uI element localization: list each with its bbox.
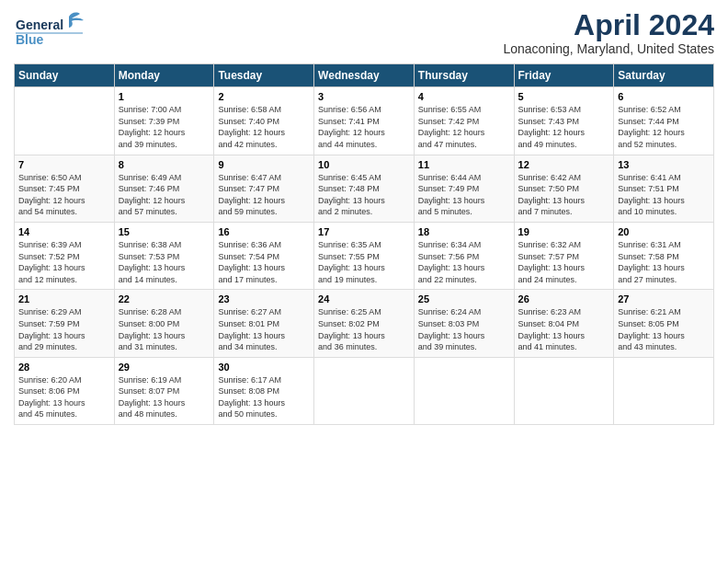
logo: General Blue xyxy=(14,9,97,51)
day-info-line: Sunrise: 6:28 AM xyxy=(119,306,210,318)
day-info-line: Daylight: 13 hours xyxy=(18,330,110,342)
day-info-line: Sunset: 8:00 PM xyxy=(119,318,210,330)
day-info-line: Sunrise: 6:58 AM xyxy=(218,104,310,116)
day-info-line: and 19 minutes. xyxy=(318,274,410,286)
weekday-header: Monday xyxy=(114,64,214,87)
day-info-line: and 47 minutes. xyxy=(418,139,510,151)
day-info-line: and 42 minutes. xyxy=(218,139,310,151)
logo-image: General Blue xyxy=(14,9,97,51)
calendar-day-cell xyxy=(15,87,115,155)
day-info-line: Daylight: 13 hours xyxy=(318,262,410,274)
day-info-line: Daylight: 13 hours xyxy=(618,195,710,207)
day-info-line: Sunset: 7:43 PM xyxy=(518,116,610,128)
day-info-line: and 2 minutes. xyxy=(318,206,410,218)
day-number: 12 xyxy=(518,159,610,170)
day-info-line: Daylight: 13 hours xyxy=(218,330,310,342)
day-number: 24 xyxy=(318,293,410,304)
weekday-header: Sunday xyxy=(15,64,115,87)
calendar-week-row: 1Sunrise: 7:00 AMSunset: 7:39 PMDaylight… xyxy=(15,87,714,155)
calendar-day-cell: 6Sunrise: 6:52 AMSunset: 7:44 PMDaylight… xyxy=(614,87,714,155)
subtitle: Lonaconing, Maryland, United States xyxy=(503,41,714,56)
calendar-day-cell: 15Sunrise: 6:38 AMSunset: 7:53 PMDayligh… xyxy=(114,222,214,289)
day-info-line: Sunrise: 6:17 AM xyxy=(218,374,310,386)
calendar-week-row: 21Sunrise: 6:29 AMSunset: 7:59 PMDayligh… xyxy=(15,290,714,357)
calendar-day-cell: 13Sunrise: 6:41 AMSunset: 7:51 PMDayligh… xyxy=(614,155,714,222)
day-info-line: Sunset: 7:42 PM xyxy=(418,116,510,128)
calendar-day-cell: 19Sunrise: 6:32 AMSunset: 7:57 PMDayligh… xyxy=(514,222,614,289)
calendar-day-cell: 7Sunrise: 6:50 AMSunset: 7:45 PMDaylight… xyxy=(15,155,115,222)
day-info-line: Sunset: 7:56 PM xyxy=(418,251,510,263)
day-info-line: Daylight: 13 hours xyxy=(119,262,210,274)
day-number: 30 xyxy=(218,362,310,373)
day-info-line: Sunset: 7:59 PM xyxy=(18,318,110,330)
day-info-line: and 10 minutes. xyxy=(618,206,710,218)
day-number: 27 xyxy=(618,293,710,304)
day-info-line: Sunset: 8:06 PM xyxy=(18,385,110,397)
day-info-line: Daylight: 12 hours xyxy=(218,195,310,207)
calendar-day-cell: 24Sunrise: 6:25 AMSunset: 8:02 PMDayligh… xyxy=(314,290,415,357)
calendar-day-cell: 27Sunrise: 6:21 AMSunset: 8:05 PMDayligh… xyxy=(614,290,714,357)
day-info-line: and 7 minutes. xyxy=(518,206,610,218)
day-info-line: Sunrise: 6:21 AM xyxy=(618,306,710,318)
title-block: April 2024 Lonaconing, Maryland, United … xyxy=(503,9,714,56)
day-info-line: Daylight: 12 hours xyxy=(119,195,210,207)
day-info-line: and 29 minutes. xyxy=(18,341,110,353)
day-info-line: Sunrise: 6:32 AM xyxy=(518,239,610,251)
day-number: 8 xyxy=(119,159,210,170)
calendar-week-row: 14Sunrise: 6:39 AMSunset: 7:52 PMDayligh… xyxy=(15,222,714,289)
day-info-line: Sunset: 7:55 PM xyxy=(318,251,410,263)
svg-text:Blue: Blue xyxy=(16,32,44,47)
day-info-line: Sunset: 8:03 PM xyxy=(418,318,510,330)
day-info-line: Daylight: 12 hours xyxy=(618,127,710,139)
day-info-line: and 36 minutes. xyxy=(318,341,410,353)
day-info-line: Sunrise: 6:29 AM xyxy=(18,306,110,318)
day-info-line: and 52 minutes. xyxy=(618,139,710,151)
day-info-line: Sunrise: 6:45 AM xyxy=(318,172,410,184)
day-info-line: Daylight: 12 hours xyxy=(218,127,310,139)
day-info-line: Sunset: 7:58 PM xyxy=(618,251,710,263)
day-info-line: Sunrise: 6:55 AM xyxy=(418,104,510,116)
day-info-line: and 31 minutes. xyxy=(119,341,210,353)
day-info-line: and 39 minutes. xyxy=(418,341,510,353)
day-info-line: Daylight: 12 hours xyxy=(418,127,510,139)
day-info-line: Daylight: 13 hours xyxy=(518,262,610,274)
day-info-line: Sunrise: 7:00 AM xyxy=(119,104,210,116)
day-info-line: Sunset: 8:08 PM xyxy=(218,385,310,397)
day-number: 19 xyxy=(518,226,610,237)
day-info-line: and 48 minutes. xyxy=(119,408,210,420)
day-info-line: Sunrise: 6:47 AM xyxy=(218,172,310,184)
calendar-day-cell: 25Sunrise: 6:24 AMSunset: 8:03 PMDayligh… xyxy=(414,290,514,357)
calendar-day-cell: 22Sunrise: 6:28 AMSunset: 8:00 PMDayligh… xyxy=(114,290,214,357)
day-info-line: Sunrise: 6:42 AM xyxy=(518,172,610,184)
day-number: 26 xyxy=(518,293,610,304)
calendar-day-cell: 16Sunrise: 6:36 AMSunset: 7:54 PMDayligh… xyxy=(214,222,314,289)
day-info-line: Daylight: 13 hours xyxy=(518,330,610,342)
day-info-line: Sunset: 7:41 PM xyxy=(318,116,410,128)
calendar-day-cell: 11Sunrise: 6:44 AMSunset: 7:49 PMDayligh… xyxy=(414,155,514,222)
calendar-day-cell: 28Sunrise: 6:20 AMSunset: 8:06 PMDayligh… xyxy=(15,357,115,424)
header: General Blue April 2024 Lonaconing, Mary… xyxy=(14,9,714,56)
day-number: 20 xyxy=(618,226,710,237)
weekday-header: Thursday xyxy=(414,64,514,87)
weekday-header: Tuesday xyxy=(214,64,314,87)
calendar-day-cell xyxy=(514,357,614,424)
day-number: 9 xyxy=(218,159,310,170)
day-info-line: Daylight: 13 hours xyxy=(119,330,210,342)
day-number: 3 xyxy=(318,91,410,102)
day-info-line: and 45 minutes. xyxy=(18,408,110,420)
day-info-line: and 22 minutes. xyxy=(418,274,510,286)
calendar-day-cell: 10Sunrise: 6:45 AMSunset: 7:48 PMDayligh… xyxy=(314,155,415,222)
day-info-line: Daylight: 12 hours xyxy=(518,127,610,139)
day-number: 7 xyxy=(18,159,110,170)
day-info-line: Sunset: 7:48 PM xyxy=(318,183,410,195)
day-number: 2 xyxy=(218,91,310,102)
calendar-day-cell: 17Sunrise: 6:35 AMSunset: 7:55 PMDayligh… xyxy=(314,222,415,289)
day-info-line: and 17 minutes. xyxy=(218,274,310,286)
calendar-day-cell: 20Sunrise: 6:31 AMSunset: 7:58 PMDayligh… xyxy=(614,222,714,289)
calendar-day-cell: 26Sunrise: 6:23 AMSunset: 8:04 PMDayligh… xyxy=(514,290,614,357)
day-info-line: Sunset: 7:39 PM xyxy=(119,116,210,128)
day-info-line: and 5 minutes. xyxy=(418,206,510,218)
calendar-day-cell: 23Sunrise: 6:27 AMSunset: 8:01 PMDayligh… xyxy=(214,290,314,357)
day-info-line: Daylight: 13 hours xyxy=(618,330,710,342)
calendar-day-cell xyxy=(614,357,714,424)
